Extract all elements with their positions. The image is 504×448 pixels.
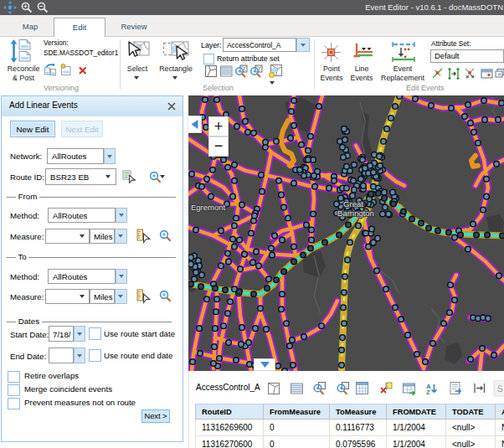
svg-text:Great: Great — [343, 199, 363, 209]
svg-text:Barrington: Barrington — [337, 209, 374, 218]
svg-text:Egremont: Egremont — [191, 203, 225, 212]
svg-text:S: S — [497, 384, 503, 394]
svg-text:Z: Z — [426, 389, 430, 396]
